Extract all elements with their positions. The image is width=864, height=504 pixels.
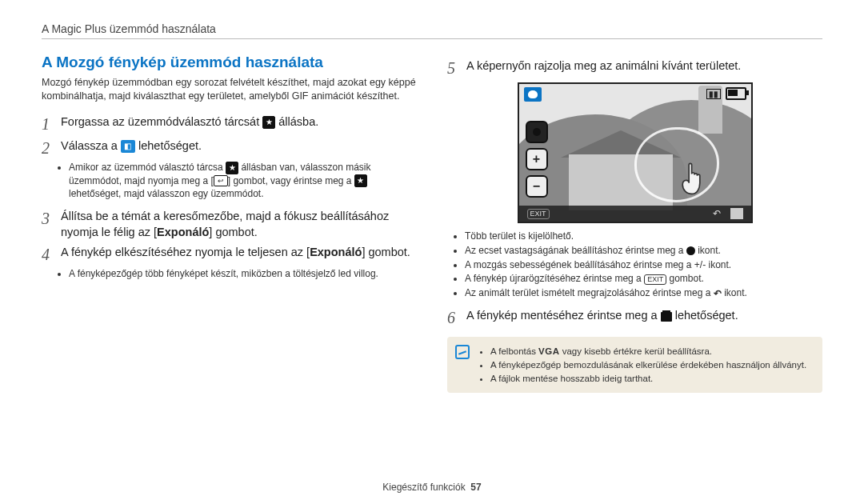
list-item: Amikor az üzemmód választó tárcsa ★ állá… (69, 161, 417, 201)
step-text: A fénykép mentéséhez érintse meg a lehet… (466, 308, 738, 324)
right-column: 5 A képernyőn rajzolja meg az animálni k… (447, 54, 822, 393)
step-1: 1 Forgassa az üzemmódválasztó tárcsát ★ … (42, 114, 417, 134)
step-number: 6 (447, 308, 466, 327)
step-2: 2 Válassza a ◧ lehetőséget. (42, 138, 417, 158)
step-number: 3 (42, 209, 61, 228)
camera-screen-illustration: ▮▮ + − EXIT ↶ (518, 82, 753, 223)
manual-page: A Magic Plus üzemmód használata A Mozgó … (0, 0, 864, 504)
note-icon (455, 345, 470, 359)
mode-dial-star-icon: ★ (354, 174, 367, 187)
step-number: 4 (42, 245, 61, 264)
back-button-icon: ↩ (214, 175, 228, 186)
step-3: 3 Állítsa be a témát a keresőmezőbe, maj… (42, 209, 417, 240)
step-number: 5 (447, 58, 466, 78)
list-item: A mozgás sebességének beállításához érin… (465, 258, 822, 272)
side-controls: + − (526, 121, 548, 198)
undo-icon[interactable]: ↶ (713, 208, 721, 219)
moving-photo-mode-icon: ◧ (121, 140, 135, 153)
step-text: A fénykép elkészítéséhez nyomja le telje… (61, 245, 410, 261)
mode-dial-star-icon: ★ (262, 116, 275, 129)
mode-dial-star-icon: ★ (226, 162, 238, 174)
list-item: Az animált terület ismételt megrajzolásá… (465, 286, 822, 300)
step-2-notes: Amikor az üzemmód választó tárcsa ★ állá… (69, 161, 417, 201)
step-5-notes: Több terület is kijelölhető. Az ecset va… (465, 230, 822, 300)
two-column-layout: A Mozgó fénykép üzemmód használata Mozgó… (42, 54, 822, 393)
breadcrumb: A Magic Plus üzemmód használata (42, 22, 822, 35)
step-number: 2 (42, 138, 61, 158)
status-bar-right: ▮▮ (706, 87, 746, 100)
step-text: A képernyőn rajzolja meg az animálni kív… (466, 58, 741, 74)
step-5: 5 A képernyőn rajzolja meg az animálni k… (447, 58, 822, 78)
brush-dot-icon (686, 246, 695, 255)
note-item: A fájlok mentése hosszabb ideig tarthat. (490, 372, 813, 386)
list-item: A fénykép újrarögzítéséhez érintse meg a… (465, 272, 822, 286)
exit-label: EXIT (644, 274, 666, 285)
page-footer: Kiegészítő funkciók 57 (0, 482, 864, 493)
page-number: 57 (470, 482, 481, 493)
save-icon[interactable] (730, 208, 743, 219)
list-item: Az ecset vastagságának beállításhoz érin… (465, 244, 822, 258)
section-title: A Mozgó fénykép üzemmód használata (42, 54, 417, 71)
step-text: Forgassa az üzemmódválasztó tárcsát ★ ál… (61, 114, 318, 130)
step-number: 1 (42, 114, 61, 134)
intro-paragraph: Mozgó fénykép üzemmódban egy sorozat fel… (42, 76, 417, 103)
vga-label: VGA (538, 346, 559, 356)
divider (42, 38, 822, 39)
counter-badge: ▮▮ (706, 89, 721, 99)
exit-button[interactable]: EXIT (527, 209, 550, 219)
save-icon (661, 312, 672, 322)
list-item: A fényképezőgép több fényképet készít, m… (69, 267, 417, 281)
face-detect-icon (524, 87, 542, 102)
battery-icon (726, 87, 746, 100)
note-item: A felbontás VGA vagy kisebb értékre kerü… (490, 345, 813, 358)
note-item: A fényképezőgép bemozdulásának elkerülés… (490, 358, 813, 372)
step-4: 4 A fénykép elkészítéséhez nyomja le tel… (42, 245, 417, 264)
speed-minus-button[interactable]: − (526, 175, 548, 198)
undo-icon: ↶ (714, 287, 722, 301)
step-6: 6 A fénykép mentéséhez érintse meg a leh… (447, 308, 822, 327)
speed-plus-button[interactable]: + (526, 148, 548, 170)
screen-bottom-bar: EXIT ↶ (519, 206, 751, 222)
step-text: Állítsa be a témát a keresőmezőbe, majd … (61, 209, 417, 240)
left-column: A Mozgó fénykép üzemmód használata Mozgó… (42, 54, 417, 393)
touch-hand-icon (676, 158, 713, 198)
brush-size-button[interactable] (526, 121, 548, 143)
note-box: A felbontás VGA vagy kisebb értékre kerü… (447, 337, 822, 393)
step-4-notes: A fényképezőgép több fényképet készít, m… (69, 267, 417, 281)
step-text: Válassza a ◧ lehetőséget. (61, 138, 202, 154)
list-item: Több terület is kijelölhető. (465, 230, 822, 243)
